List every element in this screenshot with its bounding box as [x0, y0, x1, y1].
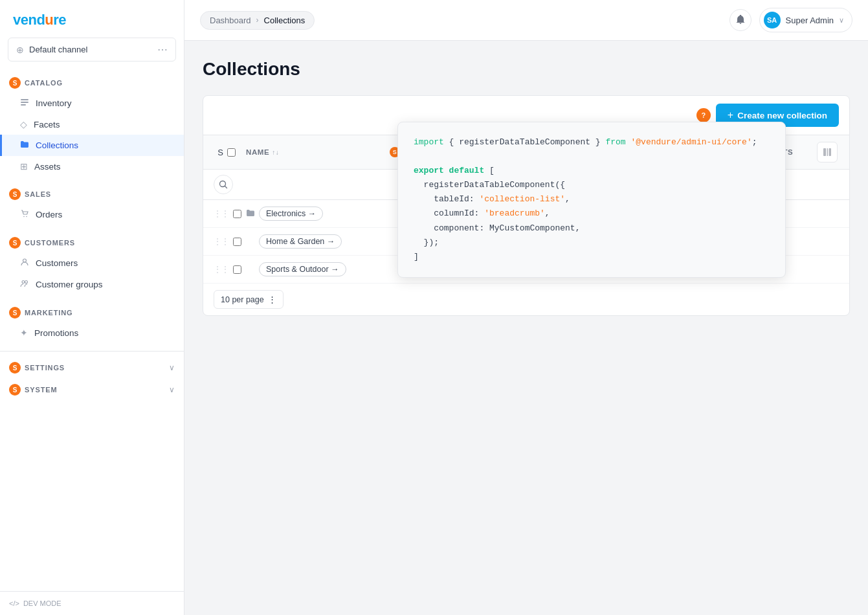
drag-handle-1[interactable]: ⋮⋮: [214, 209, 229, 218]
table-footer: 10 per page ⋮: [203, 284, 849, 315]
settings-chevron-icon: ∨: [169, 363, 175, 372]
marketing-section: S MARKETING ✦ Promotions: [0, 298, 184, 346]
system-badge: S: [9, 384, 21, 396]
topbar: Dashboard › Collections SA Super Admin ∨: [184, 0, 868, 41]
create-collection-label: Create new collection: [737, 111, 827, 120]
user-menu-button[interactable]: SA Super Admin ∨: [759, 8, 852, 32]
svg-point-3: [23, 216, 25, 218]
drag-handle-3[interactable]: ⋮⋮: [214, 265, 229, 274]
code-popup: import { registerDataTableComponent } fr…: [397, 122, 786, 278]
catalog-section: S CATALOG Inventory ◇ Facets Collections…: [0, 68, 184, 179]
sales-badge: S: [9, 188, 21, 200]
row3-actions-cell: [812, 263, 844, 276]
facets-icon: ◇: [20, 119, 27, 129]
help-icon: ?: [701, 111, 706, 119]
per-page-dots-icon: ⋮: [268, 295, 276, 304]
channel-icon: ⊕: [16, 45, 24, 55]
sidebar-item-inventory[interactable]: Inventory: [0, 93, 184, 114]
user-avatar: SA: [764, 12, 781, 28]
channel-more-icon: ⋯: [157, 43, 168, 56]
inventory-icon: [20, 98, 29, 109]
customers-icon: [20, 258, 29, 269]
row3-name-cell: Sports & Outdoor →: [241, 256, 384, 283]
svg-rect-8: [823, 148, 826, 156]
name-sort-icon[interactable]: ↑↓: [272, 149, 279, 156]
search-button[interactable]: [214, 175, 233, 194]
settings-section[interactable]: S SETTINGS ∨: [0, 357, 184, 379]
inventory-label: Inventory: [36, 98, 72, 108]
per-page-label: 10 per page: [221, 295, 264, 304]
channel-name: Default channel: [29, 45, 152, 54]
row2-actions-cell: [812, 235, 844, 248]
sidebar-item-orders[interactable]: Orders: [0, 204, 184, 225]
orders-label: Orders: [36, 210, 62, 219]
svg-rect-1: [21, 102, 28, 103]
svg-point-6: [22, 281, 25, 284]
user-name: Super Admin: [786, 16, 834, 25]
sidebar-item-customers[interactable]: Customers: [0, 252, 184, 274]
collections-label: Collections: [36, 140, 78, 150]
dev-mode-icon: </>: [9, 599, 19, 607]
marketing-header: S MARKETING: [0, 303, 184, 322]
customers-label: Customers: [36, 258, 78, 268]
svg-point-5: [23, 259, 27, 262]
catalog-header: S CATALOG: [0, 73, 184, 93]
sidebar-item-promotions[interactable]: ✦ Promotions: [0, 322, 184, 343]
customers-header: S CUSTOMERS: [0, 233, 184, 252]
sidebar-item-collections[interactable]: Collections: [0, 135, 184, 156]
catalog-badge: S: [9, 77, 21, 89]
sales-header: S SALES: [0, 184, 184, 204]
drag-handle-2[interactable]: ⋮⋮: [214, 237, 229, 246]
breadcrumb-dashboard[interactable]: Dashboard: [210, 16, 251, 25]
sidebar-item-facets[interactable]: ◇ Facets: [0, 114, 184, 135]
th-col-toggle: [812, 135, 844, 169]
row2-collection-tag[interactable]: Home & Garden →: [259, 234, 342, 249]
plus-icon: +: [728, 109, 733, 121]
page-content: Collections ? + Create new collection S: [184, 41, 868, 615]
main-area: Dashboard › Collections SA Super Admin ∨…: [184, 0, 868, 615]
assets-icon: ⊞: [20, 161, 28, 172]
dev-mode-btn[interactable]: </> DEV MODE: [9, 599, 175, 607]
logo-area: vendure: [0, 0, 184, 38]
sales-title: SALES: [25, 190, 51, 198]
breadcrumb: Dashboard › Collections: [200, 11, 315, 30]
notifications-button[interactable]: [729, 9, 751, 31]
user-chevron-icon: ∨: [839, 16, 844, 25]
settings-badge: S: [9, 362, 21, 374]
sidebar-item-customer-groups[interactable]: Customer groups: [0, 274, 184, 295]
topbar-right: SA Super Admin ∨: [729, 8, 852, 32]
sales-section: S SALES Orders: [0, 179, 184, 228]
marketing-title: MARKETING: [25, 309, 73, 317]
row3-collection-tag[interactable]: Sports & Outdoor →: [259, 262, 346, 276]
sidebar-bottom: </> DEV MODE: [0, 591, 184, 615]
th-name: NAME ↑↓: [241, 142, 384, 162]
breadcrumb-collections[interactable]: Collections: [264, 16, 306, 25]
help-button[interactable]: ?: [696, 108, 711, 122]
customers-section: S CUSTOMERS Customers Customer groups: [0, 228, 184, 298]
row2-folder-icon: [246, 236, 255, 247]
sidebar-item-assets[interactable]: ⊞ Assets: [0, 156, 184, 177]
name-col-badge: S: [217, 148, 223, 157]
catalog-title: CATALOG: [25, 79, 63, 87]
per-page-button[interactable]: 10 per page ⋮: [214, 290, 284, 309]
dev-mode-label: DEV MODE: [23, 599, 61, 607]
system-title: SYSTEM: [25, 386, 58, 394]
orders-icon: [20, 209, 29, 220]
system-section[interactable]: S SYSTEM ∨: [0, 379, 184, 401]
customer-groups-icon: [20, 279, 29, 290]
breadcrumb-separator: ›: [256, 16, 259, 25]
sidebar-divider: [0, 351, 184, 352]
row2-controls: ⋮⋮: [208, 230, 241, 252]
row2-name-cell: Home & Garden →: [241, 228, 384, 255]
settings-title: SETTINGS: [25, 364, 65, 372]
search-icon: [219, 180, 228, 189]
columns-icon: [823, 148, 832, 157]
select-all-checkbox[interactable]: [227, 148, 236, 157]
row1-collection-tag[interactable]: Electronics →: [259, 207, 323, 221]
collections-card: ? + Create new collection S NAME ↑↓: [203, 95, 850, 316]
svg-point-4: [26, 216, 27, 218]
column-toggle-button[interactable]: [817, 142, 838, 162]
svg-rect-10: [829, 148, 832, 156]
app-logo: vendure: [13, 12, 66, 28]
channel-selector[interactable]: ⊕ Default channel ⋯: [8, 38, 176, 62]
